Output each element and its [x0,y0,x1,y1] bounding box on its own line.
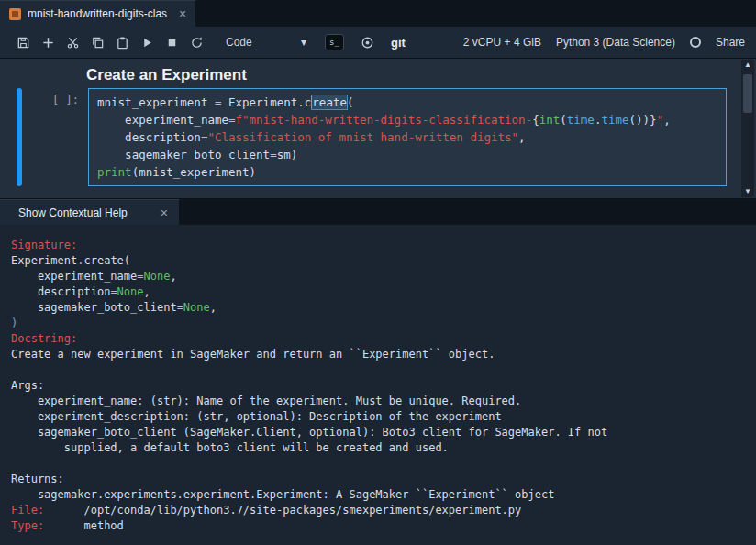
help-tab-bar: Show Contextual Help × [0,198,756,225]
help-tab-close-icon[interactable]: × [161,206,168,220]
paste-icon[interactable] [110,30,135,54]
code-line: experiment_name=f"mnist-hand-written-dig… [97,111,717,128]
notebook-toolbar: Code ▾ s_ git 2 vCPU + 4 GiB Python 3 (D… [0,27,756,59]
help-line: experiment_description: (str, optional):… [11,409,743,425]
contextual-help-tab-label: Show Contextual Help [18,206,128,219]
cell-prompt: [ ]: [22,88,88,186]
help-line: supplied, a default boto3 client will be… [11,440,743,456]
help-line [11,362,743,378]
help-line: Create a new experiment in SageMaker and… [11,347,743,362]
help-line: Returns: [11,472,743,487]
notebook-scrollbar[interactable]: ▲ ▼ [741,60,754,197]
instance-type-label[interactable]: 2 vCPU + 4 GiB [463,36,541,49]
scrollbar-thumb[interactable] [743,74,752,113]
contextual-help-panel: Signature:Experiment.create( experiment_… [0,225,756,545]
kernel-status-icon[interactable] [690,37,701,48]
help-line: experiment_name=None, [11,269,743,284]
code-line: print(mnist_experiment) [97,163,717,181]
stop-icon[interactable] [160,30,184,54]
code-cell-row: [ ]: mnist_experiment = Experiment.creat… [0,88,756,186]
code-line: sagemaker_boto_client=sm) [97,146,717,163]
code-line: mnist_experiment = Experiment.create( [97,94,717,111]
help-line: File: /opt/conda/lib/python3.7/site-pack… [11,503,743,518]
cell-type-value: Code [226,36,252,49]
help-line: Type: method [11,518,743,534]
cell-type-dropdown[interactable]: Code ▾ [220,33,312,51]
copy-icon[interactable] [85,30,110,54]
help-line: description=None, [11,284,743,300]
notebook-tab-label: mnist-handwritten-digits-clas [28,7,167,20]
checkpoint-icon[interactable] [355,30,380,54]
main-tab-bar: mnist-handwritten-digits-clas × [0,0,756,27]
restart-kernel-icon[interactable] [184,30,209,54]
help-line: Signature: [11,238,743,253]
help-line: sagemaker.experiments.experiment.Experim… [11,487,743,503]
chevron-down-icon: ▾ [301,36,306,49]
help-line: experiment_name: (str): Name of the expe… [11,394,743,409]
terminal-badge-icon[interactable]: s_ [325,34,344,50]
run-icon[interactable] [135,30,160,54]
notebook-area: Create an Experiment [ ]: mnist_experime… [0,59,756,198]
save-icon[interactable] [11,30,36,54]
markdown-heading: Create an Experiment [86,66,756,84]
help-line [11,456,743,472]
cut-icon[interactable] [61,30,85,54]
help-line: sagemaker_boto_client=None, [11,300,743,316]
notebook-tab[interactable]: mnist-handwritten-digits-clas × [0,0,196,27]
scroll-down-icon[interactable]: ▼ [744,186,751,197]
scroll-up-icon[interactable]: ▲ [744,60,751,71]
git-icon[interactable]: git [391,36,406,50]
jupyterlab-window: mnist-handwritten-digits-clas × [0,0,756,545]
share-button[interactable]: Share [716,36,745,49]
code-cell[interactable]: mnist_experiment = Experiment.create( ex… [88,88,727,186]
code-line: description="Classification of mnist han… [97,128,717,146]
add-cell-icon[interactable] [36,30,61,54]
tab-close-icon[interactable]: × [179,7,186,20]
notebook-icon [9,8,21,20]
help-line: Experiment.create( [11,253,743,269]
contextual-help-tab[interactable]: Show Contextual Help × [0,199,180,225]
kernel-selector[interactable]: Python 3 (Data Science) [556,36,675,49]
help-line: sagemaker_boto_client (SageMaker.Client,… [11,425,743,440]
help-line: ) [11,316,743,331]
help-line: Docstring: [11,331,743,347]
help-line: Args: [11,378,743,394]
